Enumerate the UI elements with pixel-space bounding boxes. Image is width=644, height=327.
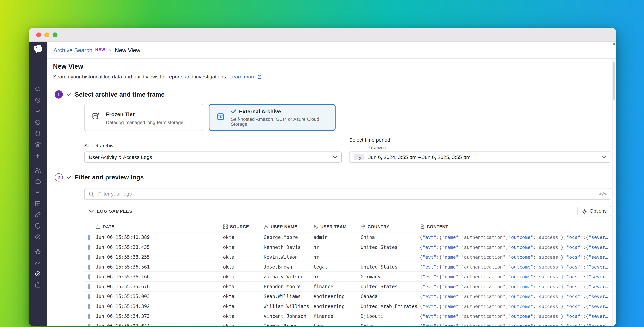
cell-source: okta [223,284,264,290]
location-pin-icon [361,224,366,229]
calendar-icon [96,224,101,229]
select-archive-label: Select archive: [84,143,342,148]
cell-country: United States [361,284,420,290]
cell-content: {"evt":{"name":"authentication","outcome… [420,254,611,260]
time-range-tag[interactable]: 1y [354,154,364,160]
maximize-window-button[interactable] [52,32,58,37]
table-row[interactable]: Jun 06 15:55:40.389oktaGeorge.Mooreadmin… [84,232,611,242]
cell-user-name: George.Moore [264,234,313,240]
cell-country: Djibouti [361,313,420,319]
cell-date: Jun 06 15:55:38.435 [84,244,223,250]
cell-date: Jun 06 15:55:35.676 [84,284,223,290]
step2-number: 2 [54,173,63,182]
log-samples-title: LOG SAMPLES [97,208,132,214]
options-button[interactable]: Options [578,206,611,216]
cell-content: {"evt":{"name":"authentication","outcome… [420,274,611,280]
cell-content: {"evt":{"name":"authentication","outcome… [420,264,611,270]
cell-source: okta [223,254,264,260]
vertical-scrollbar[interactable] [612,59,616,326]
subtitle-text: Search your historical log data and buil… [53,74,228,80]
external-archive-card[interactable]: External Archive Self-hosted Amazon, GCP… [208,104,336,131]
history-icon[interactable] [32,94,44,106]
step1-title: Select archive and time frame [75,91,164,98]
row-accent-bar [88,294,90,299]
table-row[interactable]: Jun 06 15:55:35.676oktaBrandon.Moorefina… [84,282,611,292]
learn-more-link[interactable]: Learn more [230,74,262,80]
datadog-logo[interactable] [32,44,43,55]
step1-collapse-chevron-icon[interactable] [66,93,71,96]
table-row[interactable]: Jun 06 15:55:34.373oktaVincent.Johnsonfi… [84,311,611,321]
step1-number: 1 [54,90,63,98]
column-header-user-name[interactable]: USER NAME [264,224,313,229]
archive-search-icon[interactable] [32,268,44,279]
cell-user-name: Brandon.Moore [264,284,313,290]
archive-type-cards: Frozen Tier Datadog-managed long-term st… [84,104,611,131]
cell-user-team: engineering [313,304,361,309]
breadcrumb: Archive Search NEW › New View [47,42,616,58]
column-header-date[interactable]: DATE [84,224,223,229]
column-header-content[interactable]: CONTENT [420,224,611,229]
cell-user-name: Sean.Williams [264,294,313,300]
cell-user-name: Vincent.Johnson [264,313,313,319]
column-header-country[interactable]: COUNTRY [361,224,420,229]
cell-content: {"evt":{"name":"authentication","outcome… [420,284,611,290]
row-accent-bar [88,264,90,270]
events-icon[interactable] [32,150,44,161]
filter-lines-icon[interactable] [32,187,44,198]
search-icon [89,191,94,196]
table-row[interactable]: Jun 06 15:55:27.644oktaThomas.Brownlegal… [84,321,611,326]
table-row[interactable]: Jun 06 15:55:36.561oktaJose.BrownlegalUn… [84,262,611,272]
metrics-icon[interactable] [32,106,44,116]
app-sidebar [29,42,47,326]
column-header-source[interactable]: SOURCE [223,224,264,229]
breadcrumb-archive-search-link[interactable]: Archive Search [54,47,92,53]
column-header-user-team[interactable]: USER TEAM [313,224,361,229]
watchdog-icon[interactable] [32,128,44,139]
vertical-scrollbar-thumb[interactable] [613,62,615,100]
search-icon[interactable] [32,83,44,94]
monitors-icon[interactable] [32,116,44,128]
table-row[interactable]: Jun 06 15:55:38.255oktaKevin.Wilsonhr{"e… [84,252,611,262]
cell-source: okta [223,274,264,280]
cell-country: Canada [361,294,420,300]
cell-user-team: admin [313,234,361,240]
security-shield-icon[interactable] [32,220,44,231]
integrations-icon[interactable] [32,139,44,150]
cell-date: Jun 06 15:55:34.373 [84,313,223,319]
archive-select[interactable]: User Activity & Access Logs [84,152,342,162]
row-accent-bar [88,314,90,319]
page-title: New View [53,63,606,70]
table-row[interactable]: Jun 06 15:55:34.392oktaWilliam.Williamse… [84,302,611,311]
dashboards-icon[interactable] [32,198,44,209]
log-samples-chevron-icon[interactable] [89,210,94,212]
filter-input[interactable] [97,190,592,197]
cell-content: {"evt":{"name":"authentication","outcome… [420,304,611,309]
code-view-toggle[interactable]: </> [595,188,611,199]
close-window-button[interactable] [36,32,41,37]
cell-user-name: Jose.Brown [264,264,313,270]
window-titlebar [29,28,616,42]
table-row[interactable]: Jun 06 15:55:38.435oktaKenneth.DavishrUn… [84,242,611,252]
frozen-tier-card[interactable]: Frozen Tier Datadog-managed long-term st… [84,104,203,131]
cell-date: Jun 06 15:55:34.392 [84,304,223,309]
service-links-icon[interactable] [32,209,44,220]
time-period-select[interactable]: 1y Jun 6, 2024, 3:55 pm – Jun 6, 2025, 3… [349,152,611,162]
step2-collapse-chevron-icon[interactable] [66,176,71,179]
table-row[interactable]: Jun 06 15:55:35.003oktaSean.Williamsengi… [84,292,611,302]
cell-source: okta [223,244,264,250]
synthetics-icon[interactable] [32,231,44,242]
cloud-icon[interactable] [32,176,44,187]
users-icon[interactable] [32,165,44,176]
ci-gauge-icon[interactable] [32,257,44,268]
breadcrumb-current: New View [115,47,140,53]
cell-user-team: hr [313,274,361,280]
cell-user-name: Kenneth.Davis [264,244,313,250]
timezone-label: UTC-04:00 [366,146,611,150]
cell-user-team: finance [313,284,361,290]
chevron-down-icon [333,156,337,158]
error-tracking-icon[interactable] [32,246,44,257]
toolbox-icon[interactable] [32,279,44,290]
table-row[interactable]: Jun 06 15:55:36.166oktaZachary.WilsonhrG… [84,272,611,282]
filter-bar: </> [84,188,611,200]
minimize-window-button[interactable] [44,32,49,37]
